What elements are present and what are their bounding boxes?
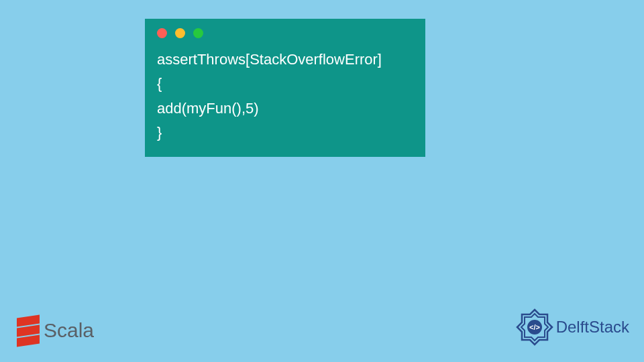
code-line: {: [157, 72, 413, 96]
delftstack-logo-text: DelftStack: [556, 318, 629, 337]
svg-text:</>: </>: [529, 323, 540, 331]
scala-logo-text: Scala: [44, 319, 94, 342]
scala-logo: Scala: [17, 315, 94, 346]
code-line: assertThrows[StackOverflowError]: [157, 48, 413, 72]
code-window: assertThrows[StackOverflowError] { add(m…: [145, 19, 425, 157]
code-line: }: [157, 121, 413, 145]
delftstack-icon: </>: [516, 308, 553, 346]
minimize-icon: [175, 28, 185, 38]
delftstack-logo: </> DelftStack: [516, 308, 629, 346]
maximize-icon: [193, 28, 203, 38]
scala-icon: [17, 315, 40, 346]
window-controls: [145, 19, 425, 44]
close-icon: [157, 28, 167, 38]
code-line: add(myFun(),5): [157, 97, 413, 121]
code-content: assertThrows[StackOverflowError] { add(m…: [145, 44, 425, 145]
